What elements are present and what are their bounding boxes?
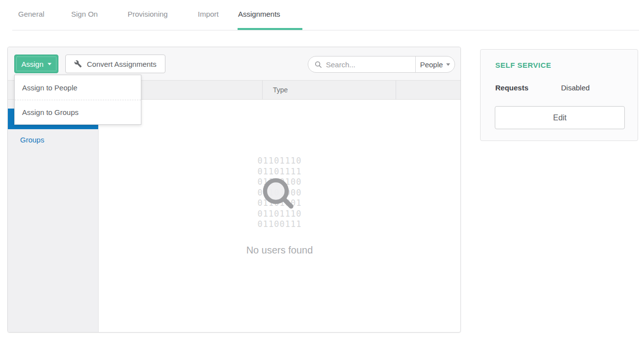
assign-button[interactable]: Assign	[14, 55, 58, 73]
empty-state-message: No users found	[99, 245, 460, 256]
search-box	[308, 56, 415, 72]
self-service-title: SELF SERVICE	[495, 61, 551, 69]
edit-button[interactable]: Edit	[495, 106, 625, 129]
convert-assignments-button[interactable]: Convert Assignments	[65, 55, 165, 73]
search-input[interactable]	[326, 60, 395, 69]
binary-row: 01101110	[99, 156, 460, 167]
tab-general[interactable]: General	[18, 10, 44, 18]
self-service-panel: SELF SERVICE Requests Disabled Edit	[480, 49, 638, 141]
requests-label: Requests	[495, 84, 529, 92]
menu-item-assign-to-people[interactable]: Assign to People	[15, 75, 141, 100]
assignments-content: People Groups 01101110 01101111 01110100…	[8, 100, 460, 332]
tab-sign-on[interactable]: Sign On	[71, 10, 98, 18]
requests-status-value: Disabled	[561, 84, 590, 92]
chevron-down-icon	[48, 63, 52, 65]
column-header-type: Type	[263, 81, 396, 99]
search-scope-select[interactable]: People	[415, 56, 455, 72]
tab-import[interactable]: Import	[198, 10, 219, 18]
assign-button-label: Assign	[21, 60, 43, 68]
assign-dropdown-menu: Assign to People Assign to Groups	[14, 75, 141, 125]
tab-assignments[interactable]: Assignments	[238, 10, 280, 18]
wrench-icon	[74, 60, 82, 68]
column-header-actions	[396, 81, 460, 99]
tabs-divider	[12, 30, 639, 30]
empty-state: 01101110 01101111 01110100 01101000 0110…	[99, 100, 460, 332]
chevron-down-icon	[446, 63, 450, 66]
search-icon	[315, 61, 322, 68]
convert-assignments-label: Convert Assignments	[87, 60, 157, 68]
filter-sidebar: People Groups	[8, 100, 99, 332]
menu-item-assign-to-groups[interactable]: Assign to Groups	[15, 100, 141, 124]
sidebar-item-groups[interactable]: Groups	[8, 129, 98, 150]
search-scope-label: People	[420, 60, 443, 69]
magnifier-icon	[256, 172, 303, 222]
tab-provisioning[interactable]: Provisioning	[128, 10, 168, 18]
search-group: People	[308, 56, 455, 73]
